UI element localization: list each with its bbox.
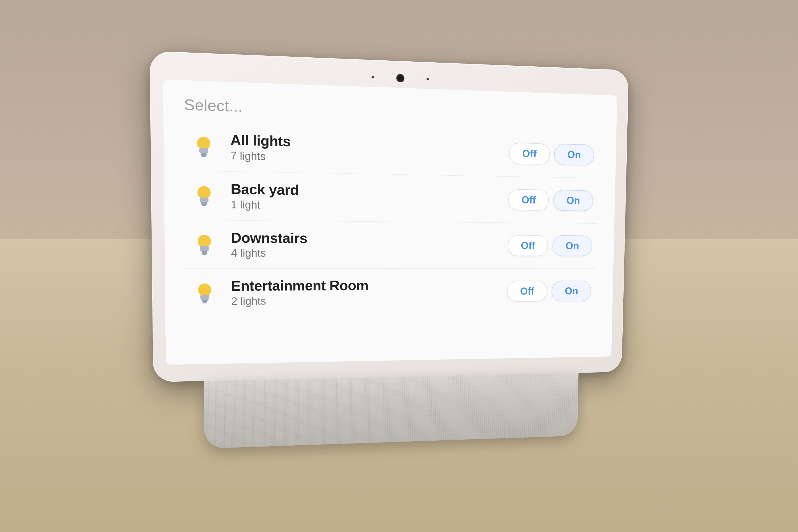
device-body: Select... [150, 51, 629, 382]
google-nest-hub: Select... [123, 63, 650, 463]
light-name: Back yard [231, 181, 509, 201]
svg-rect-15 [203, 302, 207, 303]
svg-rect-5 [201, 203, 207, 204]
off-button-all-lights[interactable]: Off [509, 142, 550, 165]
light-list: All lights 7 lights Off On [184, 121, 599, 317]
on-button-downstairs[interactable]: On [552, 235, 592, 256]
light-count: 1 light [231, 198, 509, 214]
bulb-icon-entertainment-room [191, 279, 218, 306]
light-name: Downstairs [231, 230, 508, 247]
light-count: 4 lights [231, 247, 508, 260]
bulb-icon-back-yard [190, 182, 218, 209]
speaker-fabric [204, 373, 578, 449]
light-info-entertainment-room: Entertainment Room 2 lights [231, 278, 507, 307]
svg-point-12 [198, 284, 211, 297]
svg-rect-14 [202, 301, 207, 302]
svg-point-8 [198, 235, 211, 248]
list-item: Downstairs 4 lights Off On [185, 220, 597, 269]
svg-point-4 [197, 186, 211, 199]
on-button-back-yard[interactable]: On [553, 190, 593, 211]
svg-rect-11 [203, 254, 207, 255]
light-name: Entertainment Room [231, 278, 507, 293]
camera-icon [398, 75, 403, 81]
svg-rect-3 [202, 156, 206, 157]
list-item: Entertainment Room 2 lights Off On [185, 269, 596, 317]
toggle-group-downstairs: Off On [508, 235, 592, 256]
svg-rect-6 [202, 204, 207, 205]
light-info-all-lights: All lights 7 lights [230, 132, 509, 167]
svg-rect-10 [202, 253, 207, 254]
sensor-right [426, 78, 429, 80]
on-button-entertainment-room[interactable]: On [552, 281, 591, 301]
screen: Select... [163, 79, 617, 364]
sensor-left [372, 76, 374, 78]
list-item: Back yard 1 light Off On [185, 171, 598, 224]
light-info-back-yard: Back yard 1 light [231, 181, 509, 214]
svg-rect-13 [202, 300, 208, 301]
screen-title: Select... [184, 96, 599, 126]
svg-rect-2 [201, 155, 207, 156]
off-button-downstairs[interactable]: Off [508, 235, 548, 256]
svg-point-0 [197, 137, 210, 150]
device-wrapper: Select... [123, 37, 651, 463]
light-count: 2 lights [231, 293, 507, 307]
screen-content: Select... [163, 79, 617, 364]
bulb-icon-downstairs [190, 231, 218, 258]
off-button-entertainment-room[interactable]: Off [507, 281, 547, 302]
toggle-group-entertainment-room: Off On [507, 281, 591, 302]
light-info-downstairs: Downstairs 4 lights [231, 230, 508, 260]
svg-rect-9 [201, 251, 207, 253]
svg-rect-7 [202, 205, 206, 206]
toggle-group-all-lights: Off On [509, 142, 594, 166]
toggle-group-back-yard: Off On [508, 189, 593, 211]
bulb-icon-all-lights [189, 132, 218, 160]
on-button-all-lights[interactable]: On [554, 144, 594, 166]
speaker-base [204, 373, 578, 449]
list-item: All lights 7 lights Off On [184, 121, 599, 178]
svg-rect-1 [201, 153, 207, 155]
off-button-back-yard[interactable]: Off [508, 189, 549, 211]
